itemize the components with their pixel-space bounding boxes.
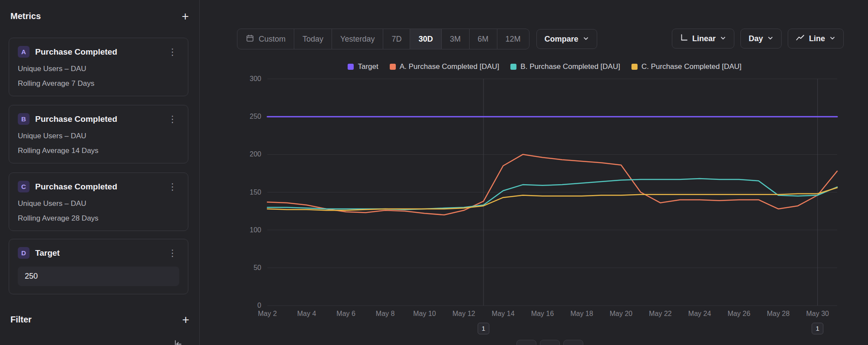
svg-text:May 24: May 24: [688, 310, 711, 317]
range-label: 6M: [478, 35, 489, 44]
legend-label: A. Purchase Completed [DAU]: [400, 62, 500, 71]
date-range-toolbar: Custom Today Yesterday 7D 30D 3M 6M 12M …: [237, 29, 597, 49]
chevron-down-icon: [583, 35, 589, 44]
svg-text:May 10: May 10: [413, 310, 436, 317]
metric-subtitle: Unique Users – DAU: [18, 199, 179, 208]
svg-text:250: 250: [250, 113, 261, 120]
range-button-30d[interactable]: 30D: [410, 29, 441, 49]
svg-text:0: 0: [257, 302, 261, 309]
filter-title: Filter: [10, 315, 32, 325]
range-button-yesterday[interactable]: Yesterday: [332, 29, 383, 49]
legend-label: C. Purchase Completed [DAU]: [641, 62, 742, 71]
add-metric-button[interactable]: +: [182, 12, 189, 21]
legend-item[interactable]: C. Purchase Completed [DAU]: [631, 62, 742, 71]
metrics-title: Metrics: [10, 11, 41, 21]
interval-button[interactable]: Day: [740, 29, 782, 49]
legend-swatch: [510, 64, 516, 70]
kebab-menu-icon[interactable]: ⋮: [166, 114, 179, 124]
date-range-segmented-control: Custom Today Yesterday 7D 30D 3M 6M 12M: [237, 29, 529, 49]
interval-label: Day: [749, 34, 763, 43]
range-label: 7D: [391, 35, 401, 44]
collapse-sidebar-icon[interactable]: [173, 339, 183, 345]
range-label: Today: [302, 35, 323, 44]
metric-card-b[interactable]: B Purchase Completed ⋮ Unique Users – DA…: [9, 105, 188, 163]
range-button-12m[interactable]: 12M: [497, 29, 529, 49]
svg-text:May 16: May 16: [531, 310, 554, 317]
svg-text:May 12: May 12: [453, 310, 476, 317]
filter-section: Filter +: [10, 315, 189, 325]
legend-swatch: [390, 64, 396, 70]
metric-badge-a: A: [18, 46, 30, 58]
range-button-7d[interactable]: 7D: [383, 29, 410, 49]
svg-text:May 4: May 4: [297, 310, 316, 317]
svg-text:50: 50: [253, 264, 261, 271]
legend-item[interactable]: A. Purchase Completed [DAU]: [390, 62, 500, 71]
legend-label: Target: [358, 62, 378, 71]
footer-chart-option-1-icon[interactable]: [516, 340, 536, 345]
range-label: Custom: [259, 35, 286, 44]
compare-button[interactable]: Compare: [536, 29, 597, 49]
target-title: Target: [35, 248, 60, 258]
chart-type-label: Line: [809, 34, 825, 43]
metric-detail: Rolling Average 28 Days: [18, 214, 179, 223]
svg-text:May 18: May 18: [570, 310, 593, 317]
metric-card-a[interactable]: A Purchase Completed ⋮ Unique Users – DA…: [9, 38, 188, 96]
legend-item[interactable]: B. Purchase Completed [DAU]: [510, 62, 620, 71]
svg-text:May 28: May 28: [767, 310, 790, 317]
target-card[interactable]: D Target ⋮: [9, 239, 188, 294]
chart-type-button[interactable]: Line: [788, 29, 844, 49]
axis-scale-icon: [680, 34, 688, 44]
svg-text:May 14: May 14: [492, 310, 515, 317]
metric-title: Purchase Completed: [35, 47, 117, 57]
svg-text:100: 100: [250, 226, 261, 234]
metric-detail: Rolling Average 7 Days: [18, 79, 179, 88]
scale-button[interactable]: Linear: [672, 29, 734, 49]
add-filter-button[interactable]: +: [182, 316, 189, 324]
svg-text:May 22: May 22: [649, 310, 672, 317]
metric-badge-d: D: [18, 247, 30, 259]
metric-subtitle: Unique Users – DAU: [18, 132, 179, 140]
range-label: 30D: [418, 35, 433, 44]
line-chart-icon: [796, 34, 805, 43]
compare-label: Compare: [545, 35, 579, 44]
footer-chart-option-3-icon[interactable]: [563, 340, 583, 345]
footer-chart-option-2-icon[interactable]: [540, 340, 560, 345]
svg-text:May 2: May 2: [258, 310, 277, 317]
range-button-3m[interactable]: 3M: [441, 29, 469, 49]
svg-text:1: 1: [816, 325, 819, 332]
scale-label: Linear: [692, 34, 716, 43]
kebab-menu-icon[interactable]: ⋮: [166, 182, 179, 192]
metric-title: Purchase Completed: [35, 182, 117, 192]
kebab-menu-icon[interactable]: ⋮: [166, 47, 179, 57]
metrics-sidebar: Metrics + A Purchase Completed ⋮ Unique …: [0, 0, 200, 345]
svg-text:May 26: May 26: [727, 310, 750, 317]
chart-footer-buttons: [516, 340, 583, 345]
legend-item[interactable]: Target: [348, 62, 378, 71]
metric-card-c[interactable]: C Purchase Completed ⋮ Unique Users – DA…: [9, 172, 188, 231]
chevron-down-icon: [720, 34, 726, 43]
chart-options-toolbar: Linear Day Line: [672, 29, 844, 49]
svg-text:200: 200: [250, 150, 261, 158]
svg-text:1: 1: [482, 325, 485, 332]
chart-legend: TargetA. Purchase Completed [DAU]B. Purc…: [243, 62, 846, 71]
target-value-input[interactable]: [18, 267, 179, 286]
svg-text:May 30: May 30: [806, 310, 829, 317]
legend-swatch: [348, 64, 354, 70]
metric-detail: Rolling Average 14 Days: [18, 146, 179, 155]
metric-subtitle: Unique Users – DAU: [18, 65, 179, 73]
range-label: Yesterday: [340, 35, 375, 44]
range-button-today[interactable]: Today: [294, 29, 332, 49]
kebab-menu-icon[interactable]: ⋮: [166, 248, 179, 258]
metric-title: Purchase Completed: [35, 114, 117, 124]
svg-text:300: 300: [250, 75, 261, 82]
legend-label: B. Purchase Completed [DAU]: [520, 62, 620, 71]
calendar-icon: [246, 34, 254, 45]
range-button-custom[interactable]: Custom: [237, 29, 294, 49]
chart-canvas[interactable]: 05010015020025030011May 2May 4May 6May 8…: [243, 75, 851, 343]
legend-swatch: [631, 64, 638, 70]
metrics-header: Metrics +: [10, 11, 189, 21]
svg-text:150: 150: [250, 189, 261, 196]
range-button-6m[interactable]: 6M: [469, 29, 497, 49]
svg-text:May 6: May 6: [336, 310, 355, 317]
chevron-down-icon: [767, 34, 773, 43]
